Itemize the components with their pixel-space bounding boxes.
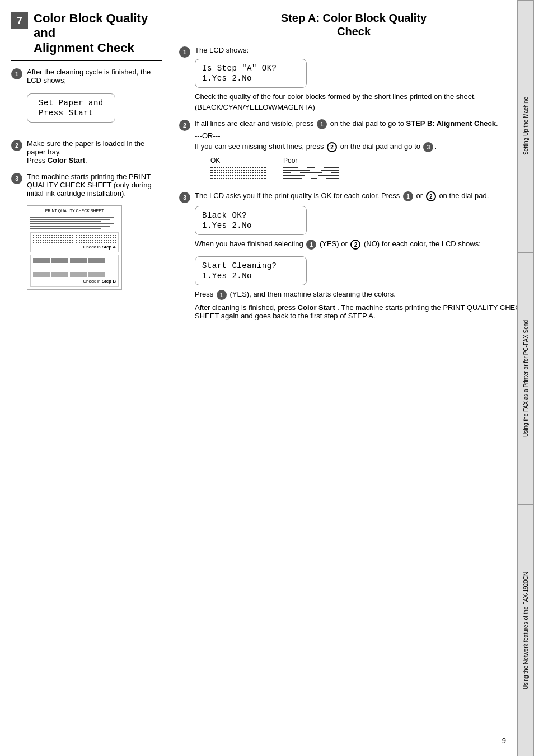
step3-desc1: When you have finished selecting 1 (YES)… [195,240,528,250]
color-block-5 [33,268,50,277]
dot-line-7 [76,240,116,241]
circle-2-desc: 2 [350,240,360,250]
color-block-2 [51,257,68,266]
circle-2-step3: 2 [426,191,436,201]
right-step2-or: ---OR--- [195,132,528,140]
right-step2-content: If all lines are clear and visible, pres… [195,119,528,184]
ok-dotted-lines [210,167,266,179]
color-blocks-row1 [33,257,116,266]
ok-dot-5 [210,178,266,179]
section-header: 7 Color Block Quality and Alignment Chec… [11,11,162,61]
lcd-box-1: Set Paper and Press Start [27,93,115,123]
lcd1-line2: Press Start [39,109,104,118]
step-a-title: Step A: Color Block Quality Check [179,11,528,38]
dot-rows-top [33,235,116,243]
side-tabs: Setting Up the Machine Using the FAX as … [517,0,534,756]
circle-3-inline: 3 [423,142,433,152]
poor-label: Poor [283,157,339,165]
ok-poor-container: OK Poor [210,157,528,179]
step2-text: Make sure the paper is loaded in the pap… [27,139,162,156]
step-a-1-desc: Check the quality of the four color bloc… [195,92,528,101]
text-line-1 [30,217,114,218]
right-column: Step A: Color Block Quality Check 1 The … [174,11,528,745]
circle-1-step3: 1 [403,191,413,201]
right-step3-text: The LCD asks you if the print quality is… [195,191,528,201]
color-block-8 [88,268,105,277]
print-sheet-header: PRINT QUALITY CHECK SHEET [30,209,119,214]
right-step-3: 3 The LCD asks you if the print quality … [179,191,528,320]
dot-line-5 [76,235,116,236]
poor-dot-4 [283,175,339,176]
step-a-1-desc2: (BLACK/CYAN/YELLOW/MAGENTA) [195,103,528,111]
right-step3-content: The LCD asks you if the print quality is… [195,191,528,320]
text-line-4 [30,223,114,224]
right-step2-number: 2 [179,120,190,131]
poor-dot-5 [283,178,339,179]
poor-dotted-lines [283,167,339,179]
poor-dot-1 [283,167,339,168]
step2-number: 2 [11,140,22,151]
right-step2-text4: If you can see missing short lines, pres… [195,142,528,152]
ok-dot-1 [210,167,266,168]
step1-content: After the cleaning cycle is finished, th… [27,68,162,132]
poor-dot-2 [283,170,339,171]
check-step-a-label: Check in Step A [33,245,116,250]
step1-text: After the cleaning cycle is finished, th… [27,68,162,84]
step3-text: The machine starts printing the PRINT QU… [27,172,162,198]
print-sheet-illustration: PRINT QUALITY CHECK SHEET [27,205,122,290]
color-block-1 [33,257,50,266]
dot-line-3 [33,240,73,241]
side-tab-2: Using the FAX as a Printer or for PC-FAX… [517,252,534,504]
lcd-box-2: Is Step "A" OK? 1.Yes 2.No [195,59,307,88]
color-blocks-row2 [33,268,116,277]
lcd-box-3: Black OK? 1.Yes 2.No [195,206,307,235]
ok-dot-2 [210,170,266,171]
left-column: 7 Color Block Quality and Alignment Chec… [11,11,174,745]
step3-number: 3 [11,173,22,184]
right-step1-content: The LCD shows: Is Step "A" OK? 1.Yes 2.N… [195,46,528,111]
lcd3-line1: Black OK? [202,211,299,220]
section-title: Color Block Quality and Alignment Check [34,11,162,55]
step2-press-text: Press Color Start. [27,156,162,165]
ok-dot-4 [210,175,266,176]
left-step-1: 1 After the cleaning cycle is finished, … [11,68,162,132]
right-step1-text: The LCD shows: [195,46,528,54]
lcd2-line1: Is Step "A" OK? [202,64,299,73]
lcd3-line2: 1.Yes 2.No [202,221,299,230]
side-tab-1: Setting Up the Machine [517,0,534,252]
lcd2-line2: 1.Yes 2.No [202,74,299,83]
dot-col-2 [76,235,116,243]
page-number: 9 [502,736,506,745]
dot-line-6 [76,237,116,238]
lcd-box-1-wrapper: Set Paper and Press Start [27,89,115,127]
dot-line-8 [76,242,116,243]
lcd1-line1: Set Paper and [39,98,104,107]
step3-content: The machine starts printing the PRINT QU… [27,172,162,198]
section-number-badge: 7 [11,12,28,29]
circle-1-desc: 1 [306,240,316,250]
right-step-1: 1 The LCD shows: Is Step "A" OK? 1.Yes 2… [179,46,528,111]
left-step-3: 3 The machine starts printing the PRINT … [11,172,162,198]
lcd4-line1: Start Cleaning? [202,261,299,270]
step-a-area: Check in Step A [30,232,119,252]
dot-line-4 [33,242,73,243]
dot-line-2 [33,237,73,238]
color-block-6 [51,268,68,277]
step2-content: Make sure the paper is loaded in the pap… [27,139,162,165]
ok-label: OK [210,157,266,165]
left-step-2: 2 Make sure the paper is loaded in the p… [11,139,162,165]
lcd4-line2: 1.Yes 2.No [202,271,299,280]
ok-dot-3 [210,172,266,173]
ok-item: OK [210,157,266,179]
text-line-2 [30,219,110,220]
text-line-5 [30,226,110,227]
circle-2-inline-outline: 2 [327,142,337,152]
dot-line-1 [33,235,73,236]
color-block-3 [70,257,87,266]
circle-1-final: 1 [217,290,227,300]
print-text-area [30,217,119,229]
text-line-3 [30,221,101,222]
text-line-6 [30,228,101,229]
color-block-4 [88,257,105,266]
step-b-area: Check in Step B [30,255,119,287]
